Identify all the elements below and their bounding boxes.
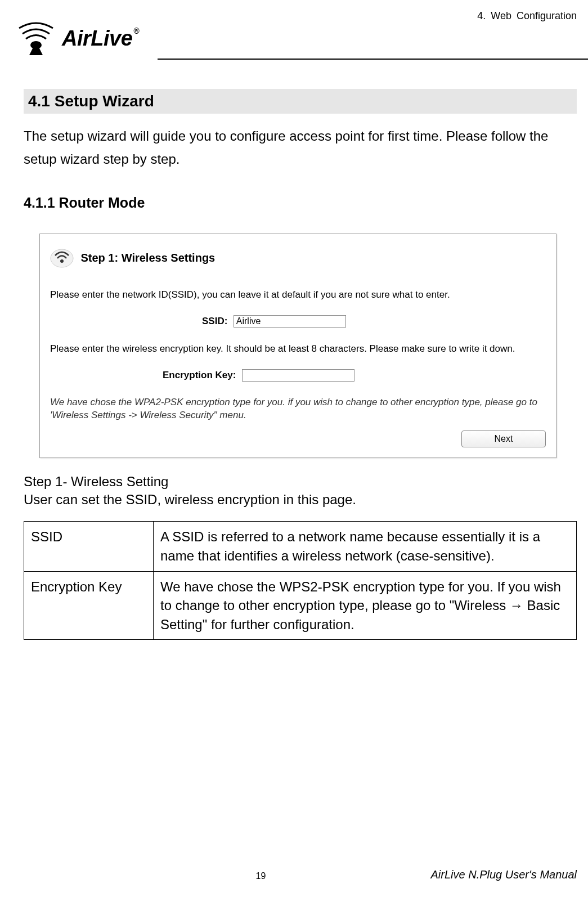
table-cell-enc-desc: We have chose the WPS2-PSK encryption ty… — [154, 571, 577, 640]
ssid-row: SSID: — [50, 315, 546, 328]
encryption-label: Encryption Key: — [163, 370, 236, 380]
logo: AirLive® — [14, 21, 139, 55]
step-caption: Step 1- Wireless Setting — [24, 474, 577, 490]
airlive-logo-icon — [14, 21, 59, 55]
chapter-label: 4. Web Configuration — [477, 10, 577, 22]
section-intro: The setup wizard will guide you to confi… — [24, 125, 577, 171]
section-title: 4.1 Setup Wizard — [24, 89, 577, 114]
table-row: SSID A SSID is referred to a network nam… — [24, 522, 577, 571]
wifi-icon — [50, 246, 74, 270]
step-description: User can set the SSID, wireless encrypti… — [24, 492, 577, 508]
ssid-input[interactable] — [234, 315, 346, 328]
ssid-prompt: Please enter the network ID(SSID), you c… — [50, 289, 546, 301]
next-button[interactable]: Next — [461, 430, 546, 447]
footer: 19 AirLive N.Plug User's Manual — [0, 868, 588, 881]
manual-name: AirLive N.Plug User's Manual — [385, 868, 577, 881]
wizard-step-title: Step 1: Wireless Settings — [80, 252, 215, 264]
encryption-note: We have chose the WPA2-PSK encryption ty… — [50, 396, 546, 422]
registered-mark: ® — [133, 26, 139, 35]
table-cell-ssid-desc: A SSID is referred to a network name bec… — [154, 522, 577, 571]
table-cell-ssid-label: SSID — [24, 522, 154, 571]
encryption-row: Encryption Key: — [50, 369, 546, 382]
table-row: Encryption Key We have chose the WPS2-PS… — [24, 571, 577, 640]
page-number: 19 — [136, 871, 385, 881]
header-divider — [158, 59, 588, 60]
encryption-prompt: Please enter the wireless encryption key… — [50, 343, 546, 355]
svg-point-2 — [60, 259, 64, 263]
encryption-input[interactable] — [242, 369, 354, 382]
wizard-screenshot: Step 1: Wireless Settings Please enter t… — [39, 234, 556, 459]
subsection-title: 4.1.1 Router Mode — [24, 195, 577, 211]
settings-table: SSID A SSID is referred to a network nam… — [24, 521, 577, 640]
logo-text: AirLive® — [62, 26, 139, 51]
table-cell-enc-label: Encryption Key — [24, 571, 154, 640]
ssid-label: SSID: — [202, 316, 227, 326]
